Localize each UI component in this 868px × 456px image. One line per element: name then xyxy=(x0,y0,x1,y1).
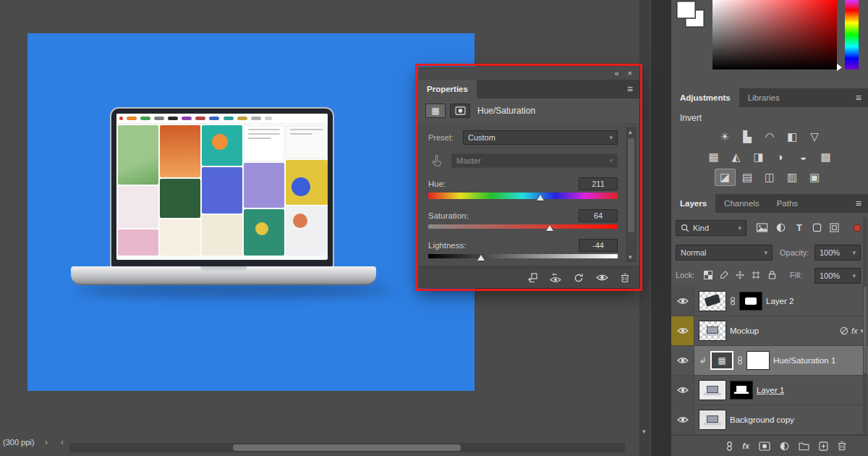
new-layer-icon[interactable] xyxy=(819,442,828,451)
lock-transparency-icon[interactable] xyxy=(702,271,715,279)
visibility-eye-icon[interactable] xyxy=(671,287,694,316)
layer-thumbnail[interactable] xyxy=(699,321,726,341)
add-layer-mask-icon[interactable] xyxy=(759,442,770,451)
vertical-scrollbar[interactable]: ▾ xyxy=(639,0,650,456)
adjustment-levels-icon[interactable]: ▙ xyxy=(738,129,757,145)
visibility-eye-icon[interactable] xyxy=(671,405,694,434)
view-previous-state-icon[interactable] xyxy=(550,273,561,283)
adjustment-threshold-icon[interactable]: ◫ xyxy=(760,169,780,185)
hue-strip[interactable] xyxy=(845,0,859,69)
new-group-icon[interactable] xyxy=(799,442,809,450)
adjustment-layer-thumbnail[interactable]: ▦ xyxy=(710,351,733,370)
tab-channels[interactable]: Channels xyxy=(715,194,768,213)
adjustment-selective-color-icon[interactable]: ▣ xyxy=(805,169,825,185)
lock-artboard-icon[interactable] xyxy=(749,271,762,279)
blend-mode-select[interactable]: Normal ▾ xyxy=(676,245,773,261)
hue-value-input[interactable]: 211 xyxy=(579,177,618,190)
properties-panel-menu-icon[interactable]: ≡ xyxy=(621,80,639,98)
adjustment-curves-icon[interactable]: ◠ xyxy=(760,129,780,145)
layer-filter-kind-select[interactable]: Kind ▾ xyxy=(676,220,746,236)
adjustment-exposure-icon[interactable]: ◧ xyxy=(783,129,802,145)
link-layers-icon[interactable] xyxy=(726,441,733,452)
lightness-slider-bar[interactable] xyxy=(428,254,618,258)
layers-scrollbar-thumb[interactable] xyxy=(864,287,867,373)
adjustment-color-lookup-icon[interactable]: ▩ xyxy=(816,149,835,165)
status-expand-chevron[interactable]: › xyxy=(45,438,48,447)
visibility-eye-icon[interactable] xyxy=(671,316,694,345)
lightness-value-input[interactable]: -44 xyxy=(579,239,618,252)
layer-name[interactable]: Layer 2 xyxy=(766,297,793,305)
tab-layers[interactable]: Layers xyxy=(671,194,715,213)
targeted-adjustment-hand-icon[interactable] xyxy=(428,155,444,167)
adjustments-panel-menu-icon[interactable]: ≡ xyxy=(849,88,868,107)
layer-name[interactable]: Hue/Saturation 1 xyxy=(773,356,835,365)
reset-adjustment-icon[interactable] xyxy=(574,273,584,283)
filter-adjustment-layers-icon[interactable] xyxy=(773,223,788,232)
layer-name[interactable]: Layer 1 xyxy=(757,386,784,394)
layer-name[interactable]: Mockup xyxy=(730,326,759,335)
preset-select[interactable]: Custom ▾ xyxy=(463,130,618,145)
delete-layer-icon[interactable] xyxy=(838,441,846,451)
adjustment-brightness-contrast-icon[interactable]: ☀ xyxy=(715,129,735,145)
toggle-visibility-eye-icon[interactable] xyxy=(596,274,608,282)
foreground-color-swatch[interactable] xyxy=(677,1,695,18)
vscroll-down-arrow[interactable]: ▾ xyxy=(642,428,646,435)
layer-mask-thumbnail[interactable] xyxy=(746,351,770,370)
layer-row-mockup[interactable]: Mockup fx ▾ xyxy=(671,316,868,346)
layer-effects-badge[interactable]: fx ▾ xyxy=(840,326,864,335)
saturation-slider-marker[interactable] xyxy=(546,225,553,231)
adjustment-hue-saturation-icon[interactable]: ▦ xyxy=(704,149,723,165)
adjustment-vibrance-icon[interactable]: ▽ xyxy=(805,129,825,145)
fill-input[interactable]: 100% ▾ xyxy=(814,268,861,284)
adjustment-black-white-icon[interactable]: ◨ xyxy=(749,149,768,165)
tab-libraries[interactable]: Libraries xyxy=(739,88,788,107)
layer-mask-thumbnail[interactable] xyxy=(739,292,762,311)
scroll-up-arrow[interactable]: ▴ xyxy=(629,129,632,135)
filter-smart-objects-icon[interactable] xyxy=(826,223,842,232)
layer-thumbnail[interactable] xyxy=(699,410,726,430)
layer-row-hue-saturation-1[interactable]: ▦ Hue/Saturation 1 xyxy=(671,346,868,376)
hscroll-left-arrow[interactable]: ‹ xyxy=(61,438,64,447)
fx-badge[interactable]: fx xyxy=(851,326,858,335)
lock-position-icon[interactable] xyxy=(733,271,746,279)
lock-all-icon[interactable] xyxy=(765,270,778,279)
adjustment-photo-filter-icon[interactable]: ◗ xyxy=(771,149,791,165)
adjustment-gradient-map-icon[interactable]: ▥ xyxy=(783,169,802,185)
saturation-value-input[interactable]: 64 xyxy=(579,209,618,222)
artboard[interactable] xyxy=(27,33,475,391)
filter-pixel-layers-icon[interactable] xyxy=(754,223,770,232)
link-mask-icon[interactable] xyxy=(730,296,736,306)
horizontal-scrollbar-thumb[interactable] xyxy=(233,444,461,451)
lightness-slider-marker[interactable] xyxy=(477,255,485,261)
layer-row-layer-1[interactable]: Layer 1 xyxy=(671,376,868,405)
adjustment-posterize-icon[interactable]: ▤ xyxy=(738,169,757,185)
hue-slider-marker[interactable] xyxy=(537,195,544,200)
filter-toggle-indicator[interactable] xyxy=(854,224,861,232)
adjustment-color-balance-icon[interactable]: ◭ xyxy=(726,149,746,165)
channel-select[interactable]: Master ▾ xyxy=(451,153,618,168)
filter-type-layers-icon[interactable]: T xyxy=(791,222,807,233)
layer-name[interactable]: Background copy xyxy=(730,415,794,424)
link-mask-icon[interactable] xyxy=(737,355,743,366)
adjustment-target-icon[interactable]: ▦ xyxy=(425,104,446,118)
layer-thumbnail[interactable] xyxy=(699,380,726,400)
layer-row-layer-2[interactable]: Layer 2 xyxy=(671,287,868,316)
lock-pixels-icon[interactable] xyxy=(718,271,731,279)
opacity-input[interactable]: 100% ▾ xyxy=(814,245,861,261)
new-adjustment-layer-icon[interactable] xyxy=(780,442,789,451)
properties-scrollbar-thumb[interactable] xyxy=(628,138,634,232)
close-panel-icon[interactable]: × xyxy=(628,69,632,77)
horizontal-scrollbar[interactable] xyxy=(69,443,625,452)
layer-style-fx-icon[interactable]: fx xyxy=(742,442,749,450)
mask-target-icon[interactable] xyxy=(450,104,470,118)
saturation-slider-bar[interactable] xyxy=(428,224,618,229)
layer-mask-thumbnail[interactable] xyxy=(730,381,753,400)
tab-adjustments[interactable]: Adjustments xyxy=(671,88,739,107)
layer-row-background-copy[interactable]: Background copy xyxy=(671,405,868,435)
visibility-eye-icon[interactable] xyxy=(671,346,694,375)
scroll-down-arrow[interactable]: ▾ xyxy=(629,254,632,261)
hue-slider-bar[interactable] xyxy=(428,193,618,199)
tab-properties[interactable]: Properties xyxy=(418,80,477,98)
properties-scrollbar[interactable]: ▴ ▾ xyxy=(626,127,636,262)
adjustment-invert-icon[interactable]: ◪ xyxy=(715,169,735,185)
